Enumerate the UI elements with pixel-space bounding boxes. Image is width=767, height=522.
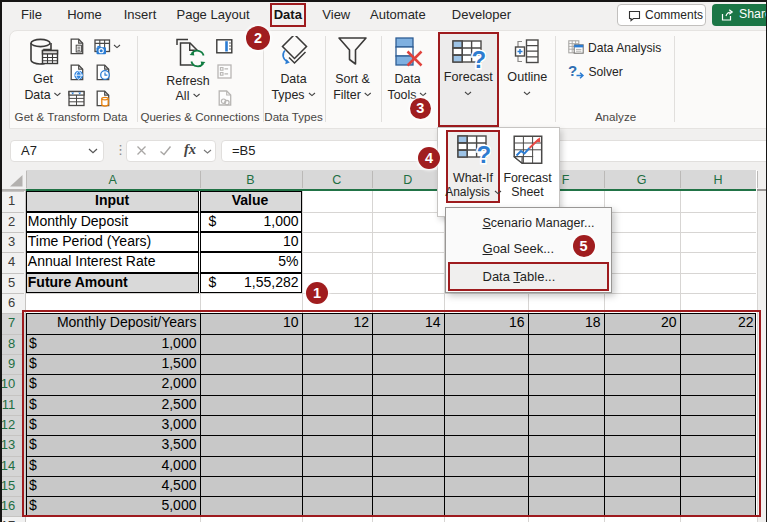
- svg-text:?: ?: [471, 46, 486, 70]
- svg-text:?: ?: [568, 64, 577, 79]
- svg-text:?: ?: [476, 141, 491, 165]
